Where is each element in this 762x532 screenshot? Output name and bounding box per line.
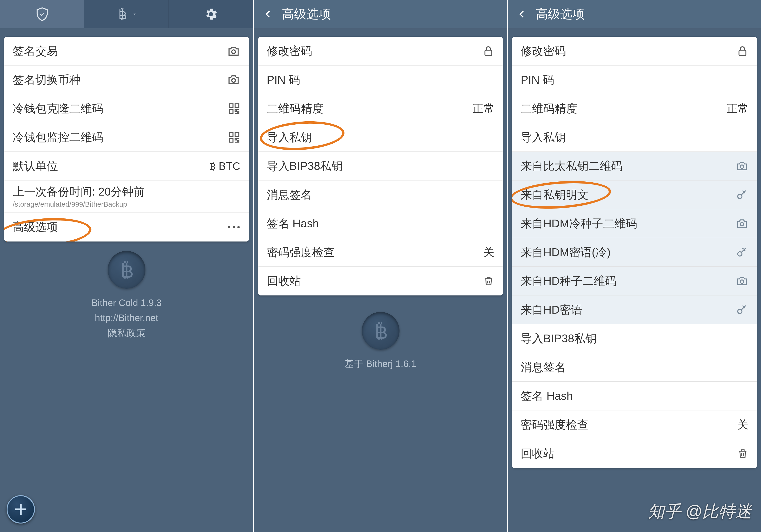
svg-point-17 [740,280,744,283]
row-sign-hash[interactable]: 签名 Hash [258,209,503,238]
row-qr-precision[interactable]: 二维码精度 正常 [258,94,503,123]
row-label: 来自HD种子二维码 [521,274,735,288]
row-from-hdm-passphrase-cold[interactable]: 来自HDM密语(冷) [512,238,757,267]
row-from-hdm-cold-seed-qr[interactable]: 来自HDM冷种子二维码 [512,209,757,238]
row-change-password[interactable]: 修改密码 [512,37,757,65]
trash-icon [737,447,748,460]
row-message-sign[interactable]: 消息签名 [258,180,503,209]
topbar: 高级选项 [508,0,761,28]
app-url[interactable]: http://Bither.net [0,310,253,325]
camera-icon [227,44,240,58]
row-label: 签名切换币种 [13,73,227,87]
row-cold-monitor-qr[interactable]: 冷钱包监控二维码 [4,123,249,152]
row-qr-precision[interactable]: 二维码精度 正常 [512,94,757,123]
row-label: 上一次备份时间: 20分钟前 [13,185,145,199]
panel-advanced: 高级选项 修改密码 PIN 码 二维码精度 正常 导入私钥 导入BIP38私钥 … [254,0,508,532]
row-pin-code[interactable]: PIN 码 [512,65,757,94]
add-button[interactable] [7,495,35,523]
row-advanced-options[interactable]: 高级选项 [4,213,249,241]
watermark: 知乎 @比特迷 [648,500,752,523]
tab-settings[interactable] [169,0,253,28]
advanced-list: 修改密码 PIN 码 二维码精度 正常 导入私钥 导入BIP38私钥 消息签名 … [258,37,503,296]
svg-point-8 [228,226,230,228]
row-label: 修改密码 [267,44,483,58]
row-cold-clone-qr[interactable]: 冷钱包克隆二维码 [4,94,249,123]
row-label: 二维码精度 [267,101,473,116]
row-default-unit[interactable]: 默认单位 ₿ BTC [4,152,249,180]
app-name: Bither Cold 1.9.3 [0,295,253,310]
lock-icon [483,44,494,58]
row-from-plaintext-key[interactable]: 来自私钥明文 [512,180,757,209]
key-icon [735,188,748,201]
lock-icon [736,44,748,58]
camera-icon [227,73,240,87]
chevron-left-icon [264,7,273,21]
row-sign-tx[interactable]: 签名交易 [4,37,249,65]
bitcoin-icon [115,7,129,21]
svg-point-18 [738,309,742,313]
top-tabs [0,0,253,28]
row-message-sign[interactable]: 消息签名 [512,353,757,382]
row-import-private-key[interactable]: 导入私钥 [512,123,757,152]
svg-point-16 [738,252,742,256]
settings-list: 签名交易 签名切换币种 冷钱包克隆二维码 冷钱包监控二维码 默认单位 ₿ B [4,37,249,241]
row-label: PIN 码 [521,73,748,87]
trash-icon [483,275,494,288]
gear-icon [204,7,218,22]
row-label: 来自HDM冷种子二维码 [521,217,735,231]
topbar: 高级选项 [254,0,507,28]
footer-info: Bither Cold 1.9.3 http://Bither.net 隐私政策 [0,251,253,340]
row-label: 签名 Hash [267,217,495,231]
row-sublabel: /storage/emulated/999/BitherBackup [13,200,127,208]
row-label: 导入私钥 [521,130,748,144]
shield-icon [35,7,50,22]
row-import-bip38[interactable]: 导入BIP38私钥 [258,152,503,180]
row-label: 二维码精度 [521,101,726,116]
svg-rect-11 [485,50,492,55]
row-label: 签名 Hash [521,389,748,403]
row-change-password[interactable]: 修改密码 [258,37,503,65]
camera-icon [735,275,748,288]
row-sign-hash[interactable]: 签名 Hash [512,382,757,410]
panel-settings: 签名交易 签名切换币种 冷钱包克隆二维码 冷钱包监控二维码 默认单位 ₿ B [0,0,254,532]
row-password-strength[interactable]: 密码强度检查 关 [512,410,757,439]
row-from-hd-passphrase[interactable]: 来自HD密语 [512,296,757,324]
row-sign-switch-coin[interactable]: 签名切换币种 [4,65,249,94]
row-label: 来自比太私钥二维码 [521,159,735,173]
qr-icon [228,131,240,144]
row-last-backup[interactable]: 上一次备份时间: 20分钟前 /storage/emulated/999/Bit… [4,180,249,213]
svg-point-13 [740,165,744,168]
svg-rect-2 [229,104,233,107]
page-title: 高级选项 [282,6,331,22]
row-pin-code[interactable]: PIN 码 [258,65,503,94]
row-label: 回收站 [267,274,483,288]
row-label: 高级选项 [13,220,227,234]
dots-icon [227,225,240,230]
row-value: 正常 [473,101,494,116]
row-password-strength[interactable]: 密码强度检查 关 [258,238,503,267]
tab-shield[interactable] [0,0,84,28]
back-button[interactable] [261,7,275,21]
row-label: 来自HDM密语(冷) [521,245,735,259]
svg-point-1 [232,79,235,82]
privacy-link[interactable]: 隐私政策 [0,325,253,340]
svg-point-9 [233,226,235,228]
row-label: PIN 码 [267,73,495,87]
row-recycle-bin[interactable]: 回收站 [258,267,503,296]
back-button[interactable] [515,7,529,21]
row-value: 关 [484,245,494,260]
row-import-private-key[interactable]: 导入私钥 [258,123,503,152]
row-import-bip38[interactable]: 导入BIP38私钥 [512,324,757,353]
svg-rect-6 [235,132,239,136]
row-label: 导入BIP38私钥 [267,159,495,173]
tab-bitcoin[interactable] [84,0,169,28]
row-from-bither-qr[interactable]: 来自比太私钥二维码 [512,152,757,180]
row-label: 消息签名 [267,188,495,202]
key-icon [735,246,748,259]
engine-version: 基于 Bitherj 1.6.1 [254,356,507,371]
row-recycle-bin[interactable]: 回收站 [512,439,757,468]
row-from-hd-seed-qr[interactable]: 来自HD种子二维码 [512,267,757,296]
svg-rect-5 [229,132,233,136]
svg-point-15 [740,223,744,226]
row-label: 导入私钥 [267,130,495,144]
